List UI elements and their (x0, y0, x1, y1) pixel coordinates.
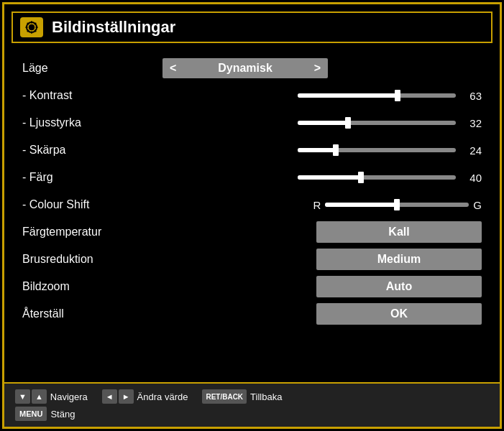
ljusstyrka-label: - Ljusstyrka (19, 109, 162, 136)
brusreduktion-row: Brusreduktion Medium (19, 246, 485, 273)
colour-shift-slider-row: R G (162, 199, 482, 211)
lage-left-arrow[interactable]: < (170, 62, 176, 75)
fargtemperatur-label: Färgtemperatur (19, 218, 162, 246)
outer-border: Bildinställningar Läge < Dynamisk > (2, 2, 502, 429)
bottom-row-1: ▼ ▲ Navigera ◄ ► Ändra värde RET/BACK Ti… (15, 389, 489, 404)
farg-fill (298, 175, 361, 180)
change-label: Ändra värde (137, 391, 188, 402)
ljusstyrka-thumb (345, 117, 351, 129)
aterstall-row: Återställ OK (19, 300, 485, 328)
nav-arrows-lr: ◄ ► (102, 389, 134, 404)
skarpa-value: 24 (462, 144, 482, 157)
colour-shift-thumb (394, 199, 400, 210)
back-hint: RET/BACK Tillbaka (202, 389, 282, 404)
ljusstyrka-row: - Ljusstyrka 32 (19, 109, 485, 136)
nav-right-btn[interactable]: ► (119, 389, 134, 404)
bildzoom-control[interactable]: Auto (162, 273, 485, 300)
bildzoom-row: Bildzoom Auto (19, 273, 485, 300)
farg-slider-row: 40 (162, 172, 482, 184)
aterstall-control[interactable]: OK (162, 300, 485, 328)
colour-shift-fill (325, 203, 397, 207)
lage-selector[interactable]: < Dynamisk > (162, 58, 328, 78)
kontrast-fill (298, 93, 398, 98)
cs-right-label: G (473, 199, 482, 211)
navigate-label: Navigera (50, 391, 88, 402)
brusreduktion-btn[interactable]: Medium (316, 249, 482, 270)
back-label: Tillbaka (250, 391, 282, 402)
ljusstyrka-control: 32 (162, 109, 485, 136)
kontrast-thumb (395, 90, 400, 101)
brusreduktion-control[interactable]: Medium (162, 246, 485, 273)
aterstall-btn[interactable]: OK (316, 303, 482, 325)
bottom-bar: ▼ ▲ Navigera ◄ ► Ändra värde RET/BACK Ti… (4, 382, 500, 427)
kontrast-slider-row: 63 (162, 90, 482, 102)
nav-up-btn[interactable]: ▲ (32, 389, 47, 404)
skarpa-slider-row: 24 (162, 144, 482, 157)
kontrast-label: - Kontrast (19, 82, 162, 109)
menu-btn[interactable]: MENU (15, 407, 47, 421)
lage-label: Läge (19, 55, 162, 82)
close-hint: MENU Stäng (15, 407, 75, 421)
title-bar: Bildinställningar (12, 11, 492, 43)
farg-track[interactable] (298, 175, 456, 180)
kontrast-value: 63 (462, 90, 482, 102)
kontrast-control: 63 (162, 82, 485, 109)
ljusstyrka-fill (298, 121, 348, 125)
page-title: Bildinställningar (52, 18, 175, 37)
skarpa-fill (298, 148, 336, 152)
skarpa-thumb (333, 144, 339, 156)
farg-label: - Färg (19, 164, 162, 191)
lage-control[interactable]: < Dynamisk > (162, 55, 485, 82)
cs-left-label: R (313, 199, 321, 211)
skarpa-label: - Skärpa (19, 136, 162, 164)
fargtemperatur-control[interactable]: Kall (162, 218, 485, 246)
farg-value: 40 (462, 172, 482, 184)
colour-shift-row: - Colour Shift R G (19, 191, 485, 218)
bildzoom-btn[interactable]: Auto (316, 276, 482, 297)
bildzoom-label: Bildzoom (19, 273, 162, 300)
ljusstyrka-value: 32 (462, 117, 482, 129)
farg-control: 40 (162, 164, 485, 191)
colour-shift-label: - Colour Shift (19, 191, 162, 218)
lage-right-arrow[interactable]: > (314, 62, 321, 75)
ret-back-btn[interactable]: RET/BACK (202, 389, 247, 404)
bottom-row-2: MENU Stäng (15, 407, 489, 421)
brusreduktion-label: Brusreduktion (19, 246, 162, 273)
settings-icon (20, 17, 43, 37)
change-hint: ◄ ► Ändra värde (102, 389, 188, 404)
main-content: Läge < Dynamisk > - Kontrast (4, 55, 500, 382)
lage-row: Läge < Dynamisk > (19, 55, 485, 82)
fargtemperatur-row: Färgtemperatur Kall (19, 218, 485, 246)
ljusstyrka-slider-row: 32 (162, 117, 482, 129)
ljusstyrka-track[interactable] (298, 121, 456, 125)
settings-table: Läge < Dynamisk > - Kontrast (19, 55, 485, 328)
nav-down-btn[interactable]: ▼ (15, 389, 30, 404)
farg-thumb (358, 172, 364, 183)
colour-shift-control: R G (162, 191, 485, 218)
fargtemperatur-btn[interactable]: Kall (316, 221, 482, 243)
skarpa-row: - Skärpa 24 (19, 136, 485, 164)
lage-value: Dynamisk (176, 62, 313, 75)
farg-row: - Färg 40 (19, 164, 485, 191)
close-label: Stäng (50, 409, 75, 420)
svg-point-1 (29, 24, 35, 30)
nav-left-btn[interactable]: ◄ (102, 389, 117, 404)
aterstall-label: Återställ (19, 300, 162, 328)
kontrast-row: - Kontrast 63 (19, 82, 485, 109)
skarpa-control: 24 (162, 136, 485, 164)
colour-shift-track[interactable] (325, 203, 469, 207)
kontrast-track[interactable] (298, 93, 456, 98)
navigate-hint: ▼ ▲ Navigera (15, 389, 88, 404)
nav-arrows-ud: ▼ ▲ (15, 389, 47, 404)
skarpa-track[interactable] (298, 148, 456, 152)
